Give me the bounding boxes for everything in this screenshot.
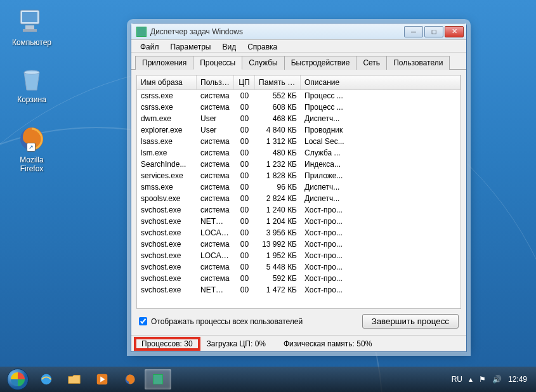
cell-mem: 1 472 КБ [255,284,301,296]
show-all-users-input[interactable] [139,317,147,325]
col-image-name[interactable]: Имя образа [137,75,197,89]
titlebar[interactable]: Диспетчер задач Windows ─ □ ✕ [131,23,466,40]
table-header: Имя образа Пользо... ЦП Память (... Опис… [137,75,461,90]
menu-help[interactable]: Справка [242,41,282,51]
cell-desc: Local Sec... [301,136,461,147]
taskbar-ie[interactable] [33,369,60,389]
table-row[interactable]: svchost.exeLOCAL ...003 956 КБХост-про..… [137,227,461,238]
menu-file[interactable]: Файл [135,41,164,51]
table-row[interactable]: lsm.exeсистема00480 КБСлужба ... [137,147,461,159]
cell-mem: 4 840 КБ [255,124,301,136]
cell-desc: Хост-про... [301,238,461,250]
tray-show-hidden-icon[interactable]: ▴ [469,375,473,384]
cell-name: csrss.exe [137,101,197,113]
cell-desc: Хост-про... [301,204,461,216]
cell-mem: 1 232 КБ [255,159,301,170]
table-row[interactable]: smss.exeсистема0096 КБДиспетч... [137,181,461,193]
table-row[interactable]: spoolsv.exeсистема002 824 КБДиспетч... [137,193,461,204]
cell-name: services.exe [137,170,197,181]
table-row[interactable]: svchost.exeNETWO...001 204 КБХост-про... [137,216,461,227]
table-row[interactable]: SearchInde...система001 232 КБИндекса... [137,159,461,170]
col-user[interactable]: Пользо... [197,75,234,89]
taskbar-firefox[interactable] [117,369,143,389]
tray-action-center-icon[interactable]: ⚑ [479,375,486,384]
cell-mem: 468 КБ [255,113,301,124]
cell-mem: 96 КБ [255,181,301,193]
cell-name: dwm.exe [137,113,197,124]
cell-mem: 1 312 КБ [255,136,301,147]
table-row[interactable]: svchost.exeсистема0013 992 КБХост-про... [137,238,461,250]
table-row[interactable]: csrss.exeсистема00608 КБПроцесс ... [137,101,461,113]
table-row[interactable]: svchost.exeсистема001 240 КБХост-про... [137,204,461,216]
table-row[interactable]: services.exeсистема001 828 КБПриложе... [137,170,461,181]
table-row[interactable]: svchost.exeLOCAL ...001 952 КБХост-про..… [137,250,461,261]
cell-mem: 1 828 КБ [255,170,301,181]
cell-cpu: 00 [234,136,255,147]
cell-user: LOCAL ... [197,250,234,261]
cell-desc: Хост-про... [301,284,461,296]
menu-view[interactable]: Вид [217,41,241,51]
tab-users[interactable]: Пользователи [386,56,450,70]
desktop-icon-firefox[interactable]: ↗ MozillaFirefox [6,124,57,173]
shortcut-arrow-icon: ↗ [27,143,36,152]
tray-clock[interactable]: 12:49 [508,375,527,384]
cell-user: система [197,238,234,250]
col-description[interactable]: Описание [301,75,461,89]
tray-language[interactable]: RU [452,375,462,384]
tab-performance[interactable]: Быстродействие [284,56,357,70]
cell-cpu: 00 [234,284,255,296]
table-body[interactable]: csrss.exeсистема00552 КБПроцесс ...csrss… [137,90,461,308]
tab-applications[interactable]: Приложения [135,56,193,70]
cell-user: LOCAL ... [197,227,234,238]
cell-cpu: 00 [234,159,255,170]
cell-name: explorer.exe [137,124,197,136]
tray-volume-icon[interactable]: 🔊 [492,375,502,384]
tab-networking[interactable]: Сеть [356,56,387,70]
menu-options[interactable]: Параметры [166,41,216,51]
menubar: Файл Параметры Вид Справка [131,40,466,53]
table-row[interactable]: svchost.exeNETWO...001 472 КБХост-про... [137,284,461,296]
cell-name: spoolsv.exe [137,193,197,204]
cell-user: NETWO... [197,216,234,227]
cell-user: система [197,193,234,204]
cell-cpu: 00 [234,261,255,273]
cell-user: User [197,113,234,124]
computer-icon [16,6,47,37]
cell-name: svchost.exe [137,261,197,273]
desktop-icon-recycle-bin[interactable]: Корзина [6,63,57,104]
tab-services[interactable]: Службы [242,56,284,70]
tab-processes[interactable]: Процессы [193,56,242,70]
cell-user: User [197,124,234,136]
end-process-button[interactable]: Завершить процесс [362,314,459,329]
svg-point-6 [41,374,52,385]
minimize-button[interactable]: ─ [404,26,423,37]
start-button[interactable] [4,368,32,391]
taskbar-taskmgr[interactable] [145,369,171,389]
cell-cpu: 00 [234,181,255,193]
col-memory[interactable]: Память (... [255,75,301,89]
cell-desc: Процесс ... [301,90,461,101]
table-row[interactable]: explorer.exeUser004 840 КБПроводник [137,124,461,136]
cell-desc: Проводник [301,124,461,136]
cell-name: csrss.exe [137,90,197,101]
taskbar-explorer[interactable] [61,369,88,389]
desktop-icon-computer[interactable]: Компьютер [6,6,57,47]
table-row[interactable]: svchost.exeсистема005 448 КБХост-про... [137,261,461,273]
svg-point-5 [20,127,43,150]
show-all-users-checkbox[interactable]: Отображать процессы всех пользователей [139,317,303,326]
table-row[interactable]: lsass.exeсистема001 312 КБLocal Sec... [137,136,461,147]
cell-cpu: 00 [234,113,255,124]
cell-cpu: 00 [234,216,255,227]
cell-user: система [197,261,234,273]
maximize-button[interactable]: □ [424,26,443,37]
table-row[interactable]: csrss.exeсистема00552 КБПроцесс ... [137,90,461,101]
cell-user: NETWO... [197,284,234,296]
cell-desc: Хост-про... [301,273,461,284]
table-row[interactable]: svchost.exeсистема00592 КБХост-про... [137,273,461,284]
cell-cpu: 00 [234,193,255,204]
table-row[interactable]: dwm.exeUser00468 КБДиспетч... [137,113,461,124]
close-button[interactable]: ✕ [445,26,464,37]
cell-desc: Диспетч... [301,113,461,124]
taskbar-media-player[interactable] [89,369,115,389]
col-cpu[interactable]: ЦП [234,75,255,89]
